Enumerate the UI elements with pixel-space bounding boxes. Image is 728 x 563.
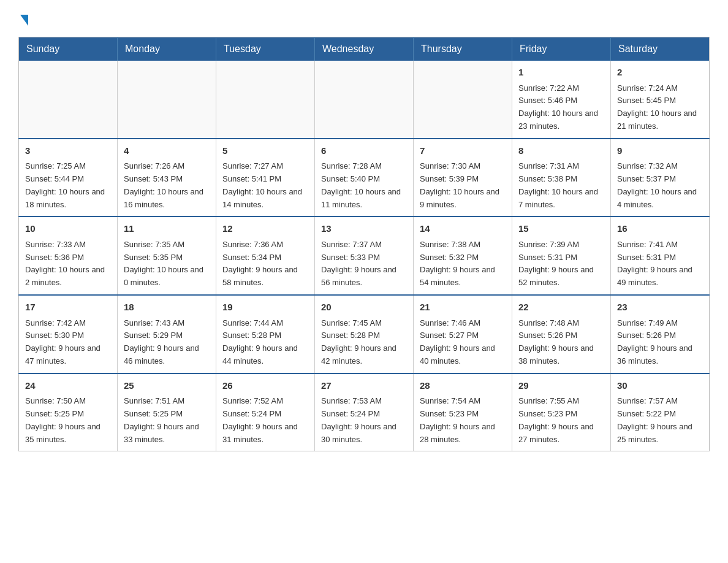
calendar-cell: 19Sunrise: 7:44 AM Sunset: 5:28 PM Dayli… [216,295,315,373]
day-info: Sunrise: 7:53 AM Sunset: 5:24 PM Dayligh… [321,395,407,446]
calendar-cell: 14Sunrise: 7:38 AM Sunset: 5:32 PM Dayli… [414,216,512,295]
calendar-cell: 13Sunrise: 7:37 AM Sunset: 5:33 PM Dayli… [315,216,414,295]
calendar-cell: 25Sunrise: 7:51 AM Sunset: 5:25 PM Dayli… [118,373,216,451]
calendar-cell: 6Sunrise: 7:28 AM Sunset: 5:40 PM Daylig… [315,139,414,217]
day-info: Sunrise: 7:27 AM Sunset: 5:41 PM Dayligh… [222,160,308,211]
day-info: Sunrise: 7:45 AM Sunset: 5:28 PM Dayligh… [321,317,407,368]
calendar-cell: 29Sunrise: 7:55 AM Sunset: 5:23 PM Dayli… [512,373,611,451]
day-number: 30 [617,379,703,393]
day-number: 24 [25,379,111,393]
day-number: 16 [617,222,703,236]
day-number: 23 [617,301,703,315]
calendar-week-row: 24Sunrise: 7:50 AM Sunset: 5:25 PM Dayli… [19,373,710,451]
day-number: 26 [222,379,308,393]
day-number: 19 [222,301,308,315]
calendar-week-row: 1Sunrise: 7:22 AM Sunset: 5:46 PM Daylig… [19,61,710,139]
calendar-cell: 7Sunrise: 7:30 AM Sunset: 5:39 PM Daylig… [414,139,512,217]
day-number: 14 [420,222,506,236]
calendar-cell: 3Sunrise: 7:25 AM Sunset: 5:44 PM Daylig… [19,139,118,217]
day-info: Sunrise: 7:51 AM Sunset: 5:25 PM Dayligh… [124,395,210,446]
logo [18,12,28,25]
weekday-header-saturday: Saturday [611,37,710,61]
calendar-cell: 9Sunrise: 7:32 AM Sunset: 5:37 PM Daylig… [611,139,710,217]
day-number: 1 [518,66,604,80]
logo-arrow-icon [20,15,28,26]
day-info: Sunrise: 7:43 AM Sunset: 5:29 PM Dayligh… [124,317,210,368]
calendar-cell: 20Sunrise: 7:45 AM Sunset: 5:28 PM Dayli… [315,295,414,373]
day-number: 22 [518,301,604,315]
day-number: 17 [25,301,111,315]
day-info: Sunrise: 7:28 AM Sunset: 5:40 PM Dayligh… [321,160,407,211]
calendar-cell: 17Sunrise: 7:42 AM Sunset: 5:30 PM Dayli… [19,295,118,373]
day-info: Sunrise: 7:55 AM Sunset: 5:23 PM Dayligh… [518,395,604,446]
weekday-header-tuesday: Tuesday [216,37,315,61]
calendar-cell [315,61,414,139]
day-info: Sunrise: 7:42 AM Sunset: 5:30 PM Dayligh… [25,317,111,368]
day-number: 13 [321,222,407,236]
calendar-cell: 27Sunrise: 7:53 AM Sunset: 5:24 PM Dayli… [315,373,414,451]
day-info: Sunrise: 7:37 AM Sunset: 5:33 PM Dayligh… [321,239,407,289]
calendar-cell [19,61,118,139]
calendar-cell: 23Sunrise: 7:49 AM Sunset: 5:26 PM Dayli… [611,295,710,373]
weekday-header-thursday: Thursday [414,37,512,61]
day-number: 15 [518,222,604,236]
day-info: Sunrise: 7:39 AM Sunset: 5:31 PM Dayligh… [518,239,604,289]
calendar-cell: 12Sunrise: 7:36 AM Sunset: 5:34 PM Dayli… [216,216,315,295]
day-number: 7 [420,144,506,158]
calendar-cell [414,61,512,139]
day-info: Sunrise: 7:44 AM Sunset: 5:28 PM Dayligh… [222,317,308,368]
day-number: 4 [124,144,210,158]
calendar-cell: 11Sunrise: 7:35 AM Sunset: 5:35 PM Dayli… [118,216,216,295]
day-number: 3 [25,144,111,158]
calendar-cell: 4Sunrise: 7:26 AM Sunset: 5:43 PM Daylig… [118,139,216,217]
day-number: 18 [124,301,210,315]
weekday-header-wednesday: Wednesday [315,37,414,61]
day-number: 6 [321,144,407,158]
calendar-cell: 2Sunrise: 7:24 AM Sunset: 5:45 PM Daylig… [611,61,710,139]
day-number: 21 [420,301,506,315]
day-info: Sunrise: 7:35 AM Sunset: 5:35 PM Dayligh… [124,239,210,289]
day-info: Sunrise: 7:31 AM Sunset: 5:38 PM Dayligh… [518,160,604,211]
weekday-header-sunday: Sunday [19,37,118,61]
calendar-table: SundayMondayTuesdayWednesdayThursdayFrid… [18,37,710,451]
calendar-cell: 16Sunrise: 7:41 AM Sunset: 5:31 PM Dayli… [611,216,710,295]
day-number: 10 [25,222,111,236]
day-info: Sunrise: 7:57 AM Sunset: 5:22 PM Dayligh… [617,395,703,446]
calendar-week-row: 10Sunrise: 7:33 AM Sunset: 5:36 PM Dayli… [19,216,710,295]
day-info: Sunrise: 7:41 AM Sunset: 5:31 PM Dayligh… [617,239,703,289]
day-number: 29 [518,379,604,393]
day-info: Sunrise: 7:33 AM Sunset: 5:36 PM Dayligh… [25,239,111,289]
calendar-cell: 26Sunrise: 7:52 AM Sunset: 5:24 PM Dayli… [216,373,315,451]
day-number: 20 [321,301,407,315]
calendar-week-row: 17Sunrise: 7:42 AM Sunset: 5:30 PM Dayli… [19,295,710,373]
calendar-cell: 10Sunrise: 7:33 AM Sunset: 5:36 PM Dayli… [19,216,118,295]
day-number: 27 [321,379,407,393]
weekday-header-monday: Monday [118,37,216,61]
day-info: Sunrise: 7:49 AM Sunset: 5:26 PM Dayligh… [617,317,703,368]
day-number: 8 [518,144,604,158]
calendar-cell: 30Sunrise: 7:57 AM Sunset: 5:22 PM Dayli… [611,373,710,451]
day-info: Sunrise: 7:38 AM Sunset: 5:32 PM Dayligh… [420,239,506,289]
calendar-cell [216,61,315,139]
page-header [18,12,710,25]
day-info: Sunrise: 7:32 AM Sunset: 5:37 PM Dayligh… [617,160,703,211]
weekday-header-row: SundayMondayTuesdayWednesdayThursdayFrid… [19,37,710,61]
day-info: Sunrise: 7:26 AM Sunset: 5:43 PM Dayligh… [124,160,210,211]
day-info: Sunrise: 7:24 AM Sunset: 5:45 PM Dayligh… [617,82,703,133]
day-info: Sunrise: 7:52 AM Sunset: 5:24 PM Dayligh… [222,395,308,446]
day-info: Sunrise: 7:46 AM Sunset: 5:27 PM Dayligh… [420,317,506,368]
calendar-cell: 1Sunrise: 7:22 AM Sunset: 5:46 PM Daylig… [512,61,611,139]
day-info: Sunrise: 7:54 AM Sunset: 5:23 PM Dayligh… [420,395,506,446]
calendar-cell: 5Sunrise: 7:27 AM Sunset: 5:41 PM Daylig… [216,139,315,217]
day-info: Sunrise: 7:30 AM Sunset: 5:39 PM Dayligh… [420,160,506,211]
day-number: 12 [222,222,308,236]
day-number: 2 [617,66,703,80]
calendar-cell: 15Sunrise: 7:39 AM Sunset: 5:31 PM Dayli… [512,216,611,295]
calendar-cell: 28Sunrise: 7:54 AM Sunset: 5:23 PM Dayli… [414,373,512,451]
calendar-cell [118,61,216,139]
day-number: 9 [617,144,703,158]
day-info: Sunrise: 7:48 AM Sunset: 5:26 PM Dayligh… [518,317,604,368]
day-number: 11 [124,222,210,236]
weekday-header-friday: Friday [512,37,611,61]
day-info: Sunrise: 7:22 AM Sunset: 5:46 PM Dayligh… [518,82,604,133]
